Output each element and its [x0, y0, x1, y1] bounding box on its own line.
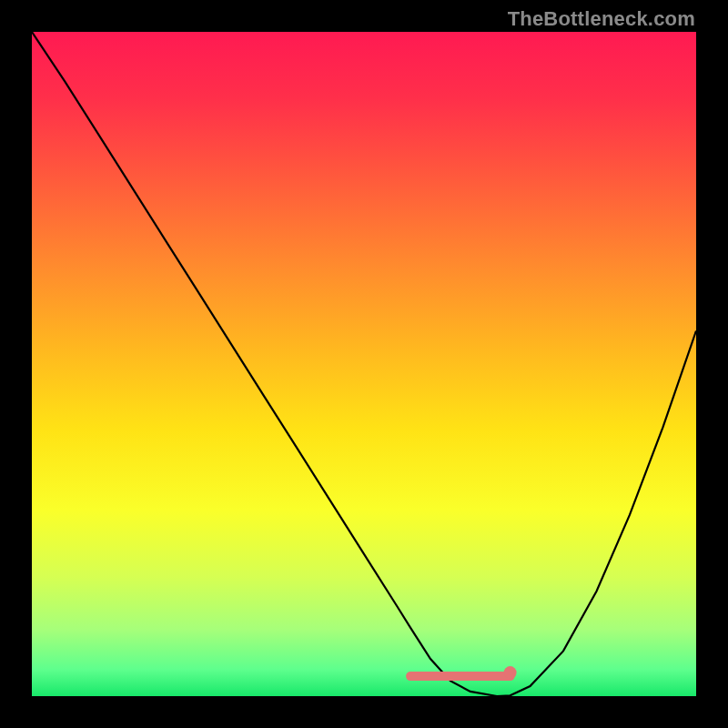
flat-zone-dot — [504, 666, 517, 679]
curve-line — [32, 32, 696, 696]
watermark-text: TheBottleneck.com — [508, 7, 695, 31]
plot-area — [32, 32, 696, 696]
chart-frame: TheBottleneck.com — [0, 0, 728, 728]
bottleneck-curve — [32, 32, 696, 696]
